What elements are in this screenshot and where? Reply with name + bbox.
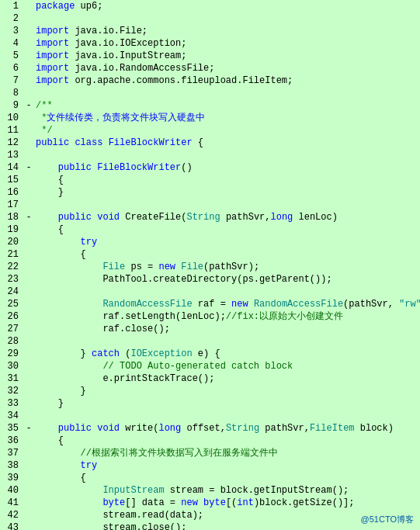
line-number: 16	[0, 186, 23, 199]
line-number: 5	[0, 50, 23, 62]
line-number: 33	[0, 397, 23, 410]
table-row: 41 byte[] data = new byte[(int)block.get…	[0, 497, 420, 509]
table-row: 15 {	[0, 174, 420, 186]
line-number: 36	[0, 435, 23, 447]
line-collapse	[23, 87, 34, 99]
line-collapse	[23, 261, 34, 273]
table-row: 4import java.io.IOException;	[0, 37, 420, 50]
line-collapse[interactable]: -	[23, 211, 34, 223]
line-collapse	[23, 12, 34, 25]
table-row: 12public class FileBlockWriter {	[0, 137, 420, 149]
line-code: package up6;	[34, 0, 420, 12]
line-number: 39	[0, 472, 23, 484]
line-number: 12	[0, 137, 23, 149]
line-collapse	[23, 323, 34, 335]
line-collapse	[23, 62, 34, 74]
line-code: public void write(long offset,String pat…	[34, 422, 420, 435]
line-number: 15	[0, 174, 23, 186]
line-number: 19	[0, 223, 23, 236]
table-row: 2	[0, 12, 420, 25]
table-row: 26 raf.setLength(lenLoc);//fix:以原始大小创建文件	[0, 310, 420, 323]
line-collapse	[23, 397, 34, 410]
line-code: {	[34, 174, 420, 186]
line-collapse	[23, 37, 34, 50]
line-number: 22	[0, 261, 23, 273]
line-number: 1	[0, 0, 23, 12]
line-collapse[interactable]: -	[23, 422, 34, 435]
table-row: 19 {	[0, 223, 420, 236]
line-code: byte[] data = new byte[(int)block.getSiz…	[34, 497, 420, 509]
table-row: 5import java.io.InputStream;	[0, 50, 420, 62]
line-number: 28	[0, 335, 23, 348]
table-row: 23 PathTool.createDirectory(ps.getParent…	[0, 273, 420, 286]
table-row: 33 }	[0, 397, 420, 410]
line-number: 43	[0, 521, 23, 530]
line-collapse	[23, 472, 34, 484]
table-row: 29 } catch (IOException e) {	[0, 348, 420, 360]
line-code: public FileBlockWriter()	[34, 161, 420, 174]
table-row: 14- public FileBlockWriter()	[0, 161, 420, 174]
line-code: */	[34, 124, 420, 137]
line-number: 21	[0, 248, 23, 261]
table-row: 28	[0, 335, 420, 348]
line-code: *文件续传类，负责将文件块写入硬盘中	[34, 112, 420, 124]
table-row: 13	[0, 149, 420, 161]
line-number: 6	[0, 62, 23, 74]
table-row: 18- public void CreateFile(String pathSv…	[0, 211, 420, 223]
line-collapse	[23, 459, 34, 472]
table-row: 20 try	[0, 236, 420, 248]
line-collapse	[23, 199, 34, 211]
line-code: raf.close();	[34, 323, 420, 335]
line-code: {	[34, 472, 420, 484]
line-collapse	[23, 50, 34, 62]
line-code: import java.io.IOException;	[34, 37, 420, 50]
watermark: @51CTO博客	[361, 514, 414, 525]
line-number: 38	[0, 459, 23, 472]
line-code	[34, 87, 420, 99]
line-collapse	[23, 112, 34, 124]
table-row: 39 {	[0, 472, 420, 484]
line-collapse[interactable]: -	[23, 99, 34, 112]
table-row: 16 }	[0, 186, 420, 199]
table-row: 9-/**	[0, 99, 420, 112]
line-code	[34, 410, 420, 422]
line-number: 23	[0, 273, 23, 286]
table-row: 17	[0, 199, 420, 211]
line-number: 17	[0, 199, 23, 211]
table-row: 11 */	[0, 124, 420, 137]
table-row: 3import java.io.File;	[0, 25, 420, 37]
table-row: 36 {	[0, 435, 420, 447]
line-code	[34, 199, 420, 211]
line-code: import org.apache.commons.fileupload.Fil…	[34, 74, 420, 87]
line-number: 41	[0, 497, 23, 509]
table-row: 34	[0, 410, 420, 422]
line-code: RandomAccessFile raf = new RandomAccessF…	[34, 298, 420, 310]
line-number: 42	[0, 509, 23, 521]
line-code: InputStream stream = block.getInputStrea…	[34, 484, 420, 497]
line-number: 14	[0, 161, 23, 174]
line-code: PathTool.createDirectory(ps.getParent())…	[34, 273, 420, 286]
line-number: 26	[0, 310, 23, 323]
line-code: } catch (IOException e) {	[34, 348, 420, 360]
line-collapse	[23, 360, 34, 372]
table-row: 30 // TODO Auto-generated catch block	[0, 360, 420, 372]
table-row: 22 File ps = new File(pathSvr);	[0, 261, 420, 273]
line-code: try	[34, 459, 420, 472]
line-number: 35	[0, 422, 23, 435]
line-number: 13	[0, 149, 23, 161]
code-editor: 1package up6;23import java.io.File;4impo…	[0, 0, 420, 530]
line-collapse	[23, 25, 34, 37]
line-code	[34, 12, 420, 25]
line-collapse[interactable]: -	[23, 161, 34, 174]
line-number: 25	[0, 298, 23, 310]
code-table: 1package up6;23import java.io.File;4impo…	[0, 0, 420, 530]
line-number: 8	[0, 87, 23, 99]
line-collapse	[23, 298, 34, 310]
line-collapse	[23, 137, 34, 149]
line-collapse	[23, 521, 34, 530]
line-collapse	[23, 223, 34, 236]
line-number: 32	[0, 385, 23, 397]
line-code	[34, 335, 420, 348]
line-number: 29	[0, 348, 23, 360]
line-code: //根据索引将文件块数据写入到在服务端文件中	[34, 447, 420, 459]
